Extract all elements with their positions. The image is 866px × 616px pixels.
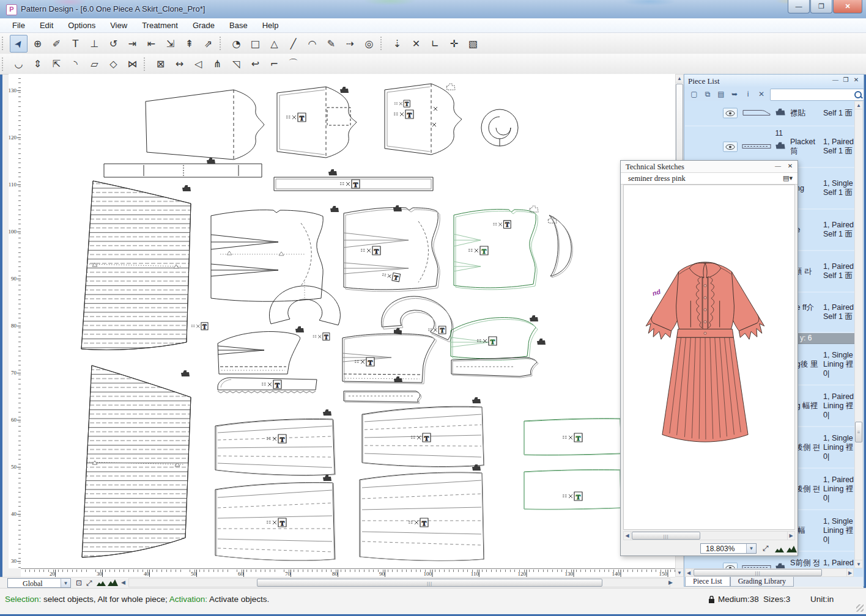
pattern-piece-green-rect-2[interactable]: [524, 470, 621, 510]
pattern-piece-lower-front[interactable]: [218, 326, 304, 374]
pattern-piece-lower-front-2[interactable]: [342, 334, 436, 384]
line-tool[interactable]: ╱: [284, 35, 302, 53]
corner-align-tool[interactable]: ∟: [426, 35, 444, 53]
select-pieces-button[interactable]: ▢: [688, 89, 700, 100]
sketch-close-button[interactable]: ✕: [785, 163, 795, 171]
rotate-tool[interactable]: ↺: [105, 35, 122, 53]
scroll-right-arrow[interactable]: ▶: [787, 531, 795, 540]
tab-piece-list[interactable]: Piece List: [685, 577, 730, 587]
symmetry-tool[interactable]: ◇: [105, 55, 122, 73]
delete-piece-button[interactable]: ✕: [755, 89, 768, 100]
pattern-piece-skirt-panel-4[interactable]: [360, 464, 484, 561]
menu-base[interactable]: Base: [222, 19, 255, 32]
piece-search-input[interactable]: [772, 90, 853, 100]
rectangle-tool[interactable]: □: [246, 35, 264, 53]
mirror-tool[interactable]: ⋈: [124, 55, 141, 73]
sketch-canvas[interactable]: nd: [623, 185, 795, 530]
canvas-hscroll-thumb[interactable]: |||: [257, 579, 602, 587]
panel-minimize-button[interactable]: —: [831, 76, 840, 85]
measure-tool[interactable]: ✐: [48, 35, 65, 53]
pattern-piece-armhole-facing[interactable]: [493, 215, 572, 277]
panel-restore-button[interactable]: ❐: [841, 76, 851, 85]
curve-tool[interactable]: ◠: [303, 35, 321, 53]
fit-view-icon[interactable]: ⤢: [86, 579, 92, 587]
scroll-left-arrow[interactable]: ◀: [623, 531, 631, 540]
sketch-style-row[interactable]: seminer dress pink ▤▾: [621, 173, 798, 185]
scroll-left-arrow[interactable]: ◀: [121, 579, 125, 585]
point-adjust-tool[interactable]: ⇞: [180, 35, 198, 53]
pattern-piece-hem-band[interactable]: [191, 323, 317, 393]
pleat-tool[interactable]: ⋔: [209, 55, 226, 73]
chevron-down-icon[interactable]: ▼: [61, 579, 70, 587]
pattern-piece-fan-skirt-top[interactable]: [81, 181, 191, 350]
intersect-point-tool[interactable]: ✕: [407, 35, 425, 53]
seam-corner-tool[interactable]: ⊥: [86, 35, 103, 53]
send-piece-button[interactable]: ➥: [728, 89, 741, 100]
restore-button[interactable]: ❐: [810, 0, 832, 13]
scroll-left-arrow[interactable]: ◀: [685, 568, 692, 577]
pattern-piece-bodice-front[interactable]: [344, 205, 440, 292]
box-transform-tool[interactable]: ▧: [464, 35, 482, 53]
open-piece-button[interactable]: ▤: [715, 89, 727, 100]
minimize-button[interactable]: —: [788, 0, 810, 13]
square-ruler-tool[interactable]: ⌐: [265, 55, 283, 73]
seam-spread-tool[interactable]: ⇕: [29, 55, 46, 73]
polygon-tool[interactable]: △: [265, 35, 283, 53]
panel-close-button[interactable]: ✕: [851, 76, 861, 85]
scope-combobox[interactable]: Global ▼: [7, 578, 71, 588]
pattern-piece-skirt-panel-3[interactable]: [215, 475, 335, 560]
menu-file[interactable]: File: [5, 19, 32, 32]
pattern-piece-collar-2[interactable]: [372, 271, 462, 343]
visibility-eye-icon[interactable]: [723, 108, 738, 119]
notch-tool[interactable]: ⇱: [48, 55, 65, 73]
circle-point-tool[interactable]: ◔: [228, 35, 245, 53]
pattern-piece-fan-skirt-bottom[interactable]: [82, 365, 191, 557]
pattern-piece-spiral[interactable]: [394, 100, 518, 146]
drop-point-tool[interactable]: ⇣: [388, 35, 406, 53]
zoom-in-mountain-icon[interactable]: [786, 546, 797, 552]
trace-tool[interactable]: ⇢: [341, 35, 359, 53]
piece-info-button[interactable]: i: [742, 89, 754, 100]
zoom-value-combobox[interactable]: 18.803% ▼: [700, 543, 757, 554]
resize-grip[interactable]: [856, 604, 864, 612]
scroll-down-arrow[interactable]: ▼: [675, 568, 684, 577]
dart-tool[interactable]: ◡: [10, 55, 28, 73]
select-tool[interactable]: ➤: [10, 35, 28, 53]
pattern-piece-bodice-green[interactable]: [454, 206, 538, 290]
menu-help[interactable]: Help: [255, 19, 286, 32]
scroll-right-arrow[interactable]: ▶: [846, 568, 854, 577]
dart-rotate-tool[interactable]: ◁: [190, 55, 207, 73]
scroll-up-arrow[interactable]: ▲: [854, 101, 863, 109]
pattern-piece-band-e[interactable]: [104, 158, 262, 177]
pattern-piece-skirt-panel-2[interactable]: [362, 397, 484, 467]
zoom-tool[interactable]: ⊕: [29, 35, 46, 53]
piece-list-hscroll-thumb[interactable]: |||: [694, 569, 822, 576]
sketch-minimize-button[interactable]: —: [773, 163, 783, 171]
move-x-tool[interactable]: ⇥: [124, 35, 141, 53]
piece-list-row[interactable]: 襟貼Self 1 面: [685, 101, 856, 127]
scroll-right-arrow[interactable]: ▶: [668, 579, 673, 585]
text-tool[interactable]: T: [67, 35, 84, 53]
piece-list-vertical-scrollbar[interactable]: [854, 101, 863, 568]
chevron-down-icon[interactable]: ▼: [746, 544, 756, 553]
pattern-piece-band-f[interactable]: [274, 169, 433, 191]
search-icon[interactable]: [854, 91, 862, 98]
scroll-up-arrow[interactable]: ▲: [675, 74, 684, 82]
copy-piece-button[interactable]: ⧉: [701, 89, 714, 100]
zoom-out-mountain-icon[interactable]: [775, 547, 784, 552]
piece-list-vscroll-thumb[interactable]: ≡: [855, 422, 862, 442]
technical-sketches-titlebar[interactable]: Technical Sketches — ✕: [621, 161, 798, 173]
menu-grade[interactable]: Grade: [185, 19, 222, 32]
menu-treatment[interactable]: Treatment: [135, 19, 185, 32]
pattern-piece-sleeve-c[interactable]: [385, 84, 462, 155]
visibility-eye-icon[interactable]: [723, 142, 738, 152]
pattern-piece-sleeve-b[interactable]: [277, 87, 357, 158]
close-button[interactable]: ✕: [833, 0, 862, 13]
zoom-in-mountain-icon[interactable]: [108, 579, 118, 586]
hem-curve-tool[interactable]: ⌒: [284, 55, 302, 73]
sketch-hscroll-thumb[interactable]: |||: [632, 532, 700, 540]
scroll-down-arrow[interactable]: ▼: [854, 560, 863, 568]
pattern-piece-skirt-panel-1[interactable]: [215, 409, 335, 475]
menu-edit[interactable]: Edit: [32, 19, 61, 32]
style-list-icon[interactable]: ▤▾: [783, 174, 793, 182]
